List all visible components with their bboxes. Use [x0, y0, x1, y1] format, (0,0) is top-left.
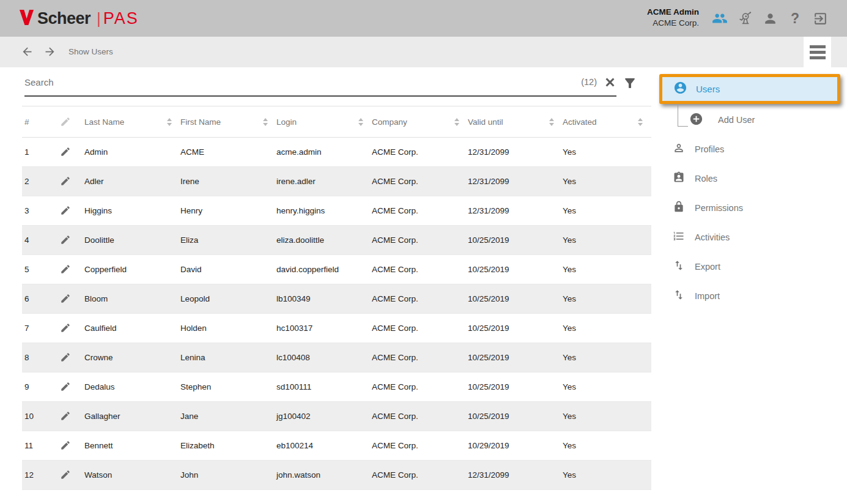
clear-search-icon[interactable] [603, 75, 616, 89]
menu-toggle-button[interactable] [804, 37, 831, 67]
cell-edit [59, 138, 84, 167]
table-row: 7 Caulfield Holden hc100317 ACME Corp. 1… [22, 314, 651, 343]
users-table: # Last Name First Name Login Company Val… [22, 106, 651, 490]
sidebar-item-permissions[interactable]: Permissions [673, 201, 743, 215]
cell-row-number: 1 [22, 138, 59, 167]
cell-company: ACME Corp. [372, 196, 468, 226]
numbered-list-icon [673, 230, 685, 245]
edit-user-button[interactable] [59, 233, 72, 246]
edit-user-button[interactable] [59, 468, 72, 481]
cell-login: sd100111 [276, 372, 372, 402]
sidebar-item-activities[interactable]: Activities [673, 230, 730, 245]
cell-activated: Yes [563, 402, 651, 431]
logout-icon[interactable] [812, 10, 828, 27]
cell-first-name: Leopold [180, 284, 276, 314]
admin-sidebar: Users Add User ProfilesRolesPermissionsA… [658, 67, 847, 504]
sidebar-item-import[interactable]: Import [673, 289, 720, 303]
cell-last-name: Admin [84, 138, 180, 167]
sidebar-item-label: Activities [695, 232, 730, 242]
breadcrumb-bar: Show Users [0, 37, 847, 67]
cell-company: ACME Corp. [372, 343, 468, 372]
cell-login: hc100317 [276, 314, 372, 343]
cell-activated: Yes [563, 138, 651, 167]
edit-user-button[interactable] [59, 439, 72, 452]
cell-login: jg100402 [276, 402, 372, 431]
sidebar-item-add-user[interactable]: Add User [689, 113, 755, 127]
cell-company: ACME Corp. [372, 402, 468, 431]
search-input[interactable] [24, 77, 581, 87]
sort-icon [167, 118, 172, 126]
edit-user-button[interactable] [59, 145, 72, 158]
cell-edit [59, 343, 84, 372]
edit-user-button[interactable] [59, 292, 72, 305]
edit-user-button[interactable] [59, 204, 72, 217]
cell-valid-until: 10/25/2019 [468, 255, 563, 284]
search-bar: (12) [24, 69, 616, 97]
filter-icon[interactable] [623, 76, 637, 91]
cell-activated: Yes [563, 196, 651, 226]
edit-user-button[interactable] [59, 174, 72, 188]
cell-row-number: 4 [22, 226, 59, 255]
cell-last-name: Caulfield [84, 314, 180, 343]
cell-row-number: 5 [22, 255, 59, 284]
column-header-login[interactable]: Login [276, 106, 372, 138]
cell-activated: Yes [563, 255, 651, 284]
sidebar-item-export[interactable]: Export [673, 259, 720, 274]
cell-login: eliza.doolittle [276, 226, 372, 255]
cell-company: ACME Corp. [372, 255, 468, 284]
cell-activated: Yes [563, 461, 651, 490]
cell-row-number: 3 [22, 196, 59, 226]
edit-user-button[interactable] [59, 262, 72, 276]
cell-edit [59, 314, 84, 343]
cell-last-name: Watson [84, 461, 180, 490]
cell-login: eb100214 [276, 431, 372, 461]
cell-row-number: 11 [22, 431, 59, 461]
cell-valid-until: 12/31/2099 [468, 461, 563, 490]
sidebar-item-profiles[interactable]: Profiles [673, 142, 724, 157]
cell-edit [59, 431, 84, 461]
edit-user-button[interactable] [59, 380, 72, 393]
person-outline-icon [673, 142, 685, 157]
hamburger-icon [810, 45, 826, 48]
cell-first-name: Lenina [180, 343, 276, 372]
edit-user-button[interactable] [59, 409, 72, 423]
users-group-icon[interactable] [712, 10, 728, 27]
cell-row-number: 8 [22, 343, 59, 372]
cell-last-name: Bloom [84, 284, 180, 314]
help-icon[interactable]: ? [787, 10, 803, 27]
cell-edit [59, 372, 84, 402]
forward-arrow-icon[interactable] [43, 45, 56, 58]
cell-company: ACME Corp. [372, 314, 468, 343]
column-header-valid-until[interactable]: Valid until [468, 106, 563, 138]
edit-user-button[interactable] [59, 321, 72, 335]
cell-edit [59, 255, 84, 284]
cell-row-number: 2 [22, 167, 59, 196]
back-arrow-icon[interactable] [21, 45, 34, 58]
person-icon[interactable] [762, 10, 778, 27]
column-header-activated[interactable]: Activated [563, 106, 651, 138]
add-circle-icon [689, 112, 703, 128]
cell-first-name: Elizabeth [180, 431, 276, 461]
breadcrumb-title: Show Users [68, 47, 113, 56]
cell-first-name: Stephen [180, 372, 276, 402]
topbar-icons: ? [712, 10, 828, 27]
sidebar-item-users-highlighted[interactable]: Users [659, 74, 840, 104]
column-header-company[interactable]: Company [372, 106, 468, 138]
sidebar-users-label: Users [696, 84, 720, 94]
cell-last-name: Copperfield [84, 255, 180, 284]
column-header-first-name[interactable]: First Name [180, 106, 276, 138]
cell-login: acme.admin [276, 138, 372, 167]
sidebar-item-roles[interactable]: Roles [673, 171, 717, 186]
cell-company: ACME Corp. [372, 372, 468, 402]
column-header-last-name[interactable]: Last Name [84, 106, 180, 138]
cell-valid-until: 10/25/2019 [468, 402, 563, 431]
edit-user-button[interactable] [59, 350, 72, 364]
cell-company: ACME Corp. [372, 226, 468, 255]
table-row: 3 Higgins Henry henry.higgins ACME Corp.… [22, 196, 651, 226]
cell-row-number: 10 [22, 402, 59, 431]
users-table-body: 1 Admin ACME acme.admin ACME Corp. 12/31… [22, 138, 651, 490]
tree-connector-line [678, 104, 678, 127]
robot-icon[interactable] [737, 10, 753, 27]
top-header-bar: Scheer | PAS ACME Admin ACME Corp. ? [0, 0, 847, 37]
cell-first-name: ACME [180, 138, 276, 167]
